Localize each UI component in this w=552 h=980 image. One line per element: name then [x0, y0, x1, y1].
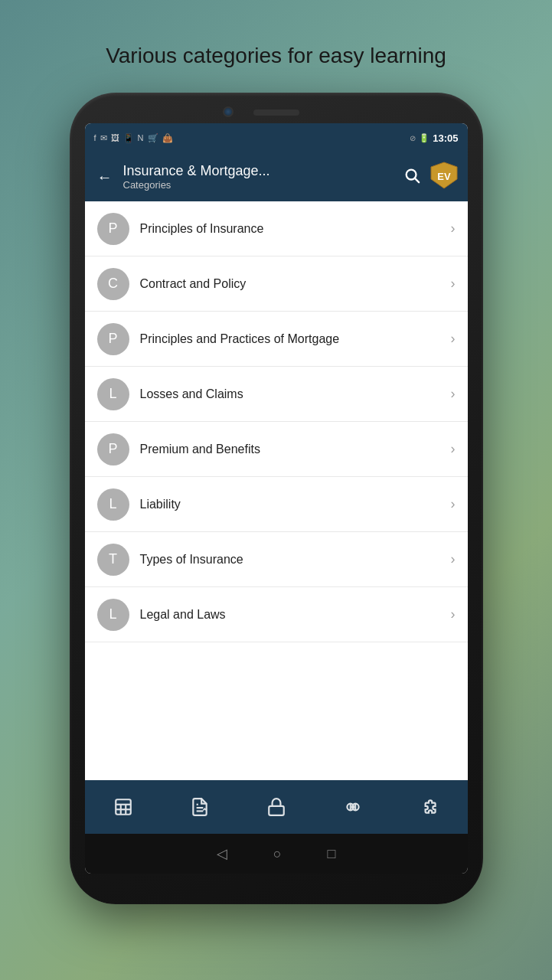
item-label: Types of Insurance — [140, 553, 451, 567]
svg-rect-20 — [269, 806, 284, 815]
nav-calculator[interactable] — [113, 797, 133, 817]
item-avatar: C — [97, 268, 129, 300]
android-nav-bar: ◁ ○ □ — [85, 834, 468, 874]
logo-shield: EV — [430, 161, 459, 193]
item-label: Liability — [140, 498, 451, 511]
item-avatar: T — [97, 544, 129, 576]
list-item[interactable]: L Legal and Laws › — [85, 587, 468, 642]
item-avatar: P — [97, 213, 129, 245]
item-chevron-icon: › — [451, 441, 456, 457]
item-avatar: P — [97, 323, 129, 355]
mail-icon: ✉ — [100, 133, 107, 143]
android-recent-button[interactable]: □ — [328, 846, 336, 862]
item-avatar: L — [97, 488, 129, 521]
item-label: Principles of Insurance — [140, 222, 451, 236]
svg-line-1 — [415, 178, 419, 182]
nav-view[interactable] — [343, 797, 363, 817]
item-chevron-icon: › — [451, 331, 456, 347]
app-bar-title: Insurance & Mortgage... — [123, 163, 396, 179]
camera — [223, 106, 234, 117]
phone-icon: 📱 — [123, 133, 134, 143]
phone-shell: f ✉ 🖼 📱 N 🛒 👜 ⊘ 🔋 13:05 ← Insurance & Mo… — [70, 93, 483, 904]
fb-icon: f — [94, 133, 96, 142]
item-label: Principles and Practices of Mortgage — [140, 332, 451, 346]
content-area: P Principles of Insurance › C Contract a… — [85, 201, 468, 780]
nav-lock[interactable] — [266, 797, 286, 817]
list-item[interactable]: L Losses and Claims › — [85, 367, 468, 422]
item-chevron-icon: › — [451, 276, 456, 292]
signal-off-icon: ⊘ — [410, 134, 416, 142]
time-display: 13:05 — [433, 132, 458, 144]
app-bar-subtitle: Categories — [123, 179, 396, 191]
back-button[interactable]: ← — [94, 165, 116, 189]
android-home-button[interactable]: ○ — [273, 846, 282, 862]
battery-icon: 🔋 — [419, 133, 430, 143]
list-item[interactable]: C Contract and Policy › — [85, 256, 468, 312]
app-bar-titles: Insurance & Mortgage... Categories — [123, 163, 396, 191]
nav-notes[interactable] — [190, 797, 210, 817]
nav-puzzle[interactable] — [420, 797, 439, 817]
bottom-nav — [85, 780, 468, 834]
item-label: Premium and Benefits — [140, 443, 451, 456]
page-header-title: Various categories for easy learning — [75, 42, 477, 70]
app-bar-actions: EV — [403, 161, 459, 193]
list-item[interactable]: P Premium and Benefits › — [85, 422, 468, 477]
image-icon: 🖼 — [111, 133, 119, 142]
list-item[interactable]: L Liability › — [85, 477, 468, 532]
item-avatar: L — [97, 599, 129, 631]
item-chevron-icon: › — [451, 551, 456, 567]
item-label: Losses and Claims — [140, 387, 451, 401]
list-item[interactable]: P Principles and Practices of Mortgage › — [85, 312, 468, 367]
phone-screen: f ✉ 🖼 📱 N 🛒 👜 ⊘ 🔋 13:05 ← Insurance & Mo… — [85, 123, 468, 874]
item-label: Legal and Laws — [140, 608, 451, 622]
item-avatar: P — [97, 433, 129, 466]
android-back-button[interactable]: ◁ — [217, 845, 227, 862]
item-chevron-icon: › — [451, 220, 456, 237]
item-chevron-icon: › — [451, 496, 456, 512]
status-icons-left: f ✉ 🖼 📱 N 🛒 👜 — [94, 133, 173, 143]
item-chevron-icon: › — [451, 606, 456, 622]
shop-icon: 🛒 — [148, 133, 158, 143]
svg-rect-13 — [116, 800, 131, 815]
item-avatar: L — [97, 378, 129, 410]
item-chevron-icon: › — [451, 386, 456, 402]
bag-icon: 👜 — [162, 133, 173, 143]
list-item[interactable]: P Principles of Insurance › — [85, 201, 468, 256]
app-bar: ← Insurance & Mortgage... Categories EV — [85, 152, 468, 201]
list-item[interactable]: T Types of Insurance › — [85, 532, 468, 587]
n-icon: N — [138, 133, 144, 142]
svg-text:EV: EV — [437, 171, 451, 182]
status-bar: f ✉ 🖼 📱 N 🛒 👜 ⊘ 🔋 13:05 — [85, 123, 468, 152]
search-button[interactable] — [403, 167, 420, 188]
item-label: Contract and Policy — [140, 277, 451, 291]
status-icons-right: ⊘ 🔋 13:05 — [410, 132, 458, 144]
